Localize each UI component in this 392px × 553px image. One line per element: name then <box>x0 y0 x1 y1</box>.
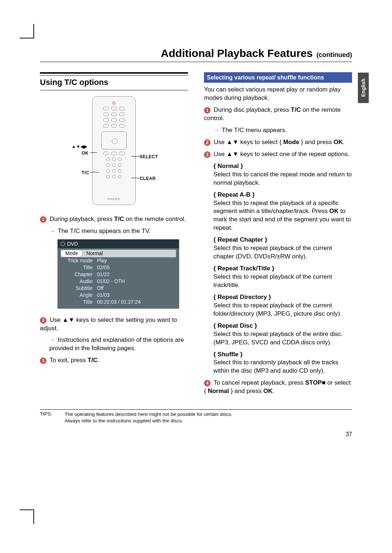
r2-end: . <box>343 139 345 146</box>
tips-row: TIPS: The operating features described h… <box>40 409 352 424</box>
step1-text-post: on the remote control. <box>124 216 186 222</box>
osd-title: DVD <box>67 241 78 247</box>
osd-body: Mode Normal Trick modePlay Title02/05 Ch… <box>58 248 179 308</box>
tips-label: TIPS: <box>40 411 59 424</box>
step-3: 3 To exit, press T/C. <box>40 356 188 365</box>
opt-dir-b: Select this to repeat playback of the cu… <box>213 302 352 318</box>
osd-row: SubtitleOff <box>61 285 176 292</box>
remote-label-ok: OK <box>82 150 89 156</box>
callout-line <box>90 172 99 172</box>
step3-pre: To exit, press <box>49 357 87 364</box>
r2-bold: Mode <box>283 139 299 146</box>
tips-line1: The operating features described here mi… <box>65 411 352 418</box>
r2-pre: Use <box>214 139 226 146</box>
r4-pre: To cancel repeat playback, press <box>213 379 305 386</box>
page-title: Additional Playback Features <box>161 47 313 59</box>
osd-key: Trick mode <box>61 257 97 264</box>
osd-key: Title <box>61 264 97 271</box>
opt-disc-h: { Repeat Disc } <box>213 322 352 330</box>
remote-label-clear: CLEAR <box>140 176 156 181</box>
opt-disc-b: Select this to repeat playback of the en… <box>213 330 352 347</box>
step2-sub: Instructions and explanation of the opti… <box>40 336 188 353</box>
r4-bold: STOP <box>305 379 322 386</box>
osd-key: Title <box>61 299 97 306</box>
remote-body: PHILIPS ▲▼◀▶ OK T/C SELECT CLEAR <box>92 96 136 205</box>
tips-line2: Always refer to the instructions supplie… <box>65 418 352 424</box>
remote-diagram: PHILIPS ▲▼◀▶ OK T/C SELECT CLEAR <box>40 96 188 209</box>
r3-keys: ▲▼ <box>226 151 239 157</box>
r1-pre: During disc playback, press <box>214 106 291 113</box>
r-step-1: 1 During disc playback, press T/C on the… <box>204 106 352 123</box>
osd-key: Subtitle <box>61 285 97 292</box>
r1-bold: T/C <box>291 106 301 113</box>
crop-mark-bottom-left <box>20 509 34 524</box>
r4-mid2: } and press <box>229 388 264 394</box>
opt-ab-h: { Repeat A-B } <box>213 191 352 199</box>
opt-shuf-h: { Shuffle } <box>213 351 352 359</box>
osd-val: 01/22 <box>97 271 110 278</box>
step2-pre: Use <box>50 316 62 323</box>
remote-nav-pad <box>101 131 127 149</box>
intro-text: You can select various repeat play or ra… <box>204 86 352 102</box>
osd-row: Audio01/02 - OTH <box>61 278 176 285</box>
r3-post: keys to select one of the repeat options… <box>238 151 349 157</box>
r-step-2: 2 Use ▲▼ keys to select { Mode } and pre… <box>204 138 352 147</box>
step2-keys: ▲▼ <box>62 316 75 323</box>
subsection-band: Selecting various repeat/ shuffle functi… <box>204 72 352 83</box>
r2-ok: OK <box>334 139 343 146</box>
step-badge-1: 1 <box>204 107 211 114</box>
r-step-3: 3 Use ▲▼ keys to select one of the repea… <box>204 150 352 159</box>
r3-pre: Use <box>214 151 226 157</box>
opt-ch-b: Select this to repeat playback of the cu… <box>213 244 352 261</box>
step-badge-1: 1 <box>40 216 46 223</box>
osd-key: Angle <box>61 292 97 299</box>
osd-val: 02/05 <box>97 264 110 271</box>
step1-sub: The T/C menu appears on the TV. <box>40 227 188 235</box>
r4-end: . <box>273 388 274 394</box>
page-content: Additional Playback Features (continued)… <box>0 0 392 459</box>
opt-ab-bold: OK <box>329 208 339 214</box>
step-badge-4: 4 <box>204 380 211 386</box>
opt-ab-pre: Select this to repeat the playback of a … <box>213 200 339 215</box>
osd-row: Trick modePlay <box>61 257 176 264</box>
osd-row: Title02/05 <box>61 264 176 271</box>
callout-line <box>131 156 140 156</box>
step1-text-pre: During playback, press <box>50 216 114 222</box>
osd-val: Normal <box>86 250 103 257</box>
osd-panel: DVD Mode Normal Trick modePlay Title02/0… <box>57 239 179 309</box>
step-badge-2: 2 <box>40 317 46 324</box>
remote-label-arrows: ▲▼◀▶ <box>72 144 87 149</box>
disc-icon <box>61 242 65 246</box>
step3-post: . <box>98 357 99 364</box>
r1-sub: The T/C menu appears. <box>204 126 352 135</box>
osd-val: Play <box>97 257 107 264</box>
osd-key: Mode <box>61 250 83 257</box>
section-heading: Using T/C options <box>40 75 188 90</box>
remote-brand: PHILIPS <box>108 197 120 201</box>
osd-row: Chapter01/22 <box>61 271 176 278</box>
left-column: Using T/C options PHILIPS ▲▼◀▶ <box>40 72 188 399</box>
callout-line <box>90 152 97 153</box>
osd-row-mode: Mode Normal <box>61 250 176 257</box>
opt-shuf-b: Select this to randomly playback all the… <box>213 359 352 375</box>
step1-bold: T/C <box>114 216 124 222</box>
opt-tt-h: { Repeat Track/Title } <box>213 265 352 273</box>
osd-val: 01/03 <box>97 292 110 299</box>
r2-mid: keys to select { <box>238 139 283 146</box>
r4-bold2: Normal <box>208 388 229 394</box>
opt-normal-b: Select this to cancel the repeat mode an… <box>213 171 352 187</box>
osd-key: Audio <box>61 278 97 285</box>
opt-ch-h: { Repeat Chapter } <box>213 236 352 244</box>
options-block: { Normal } Select this to cancel the rep… <box>204 162 352 376</box>
r4-ok: OK <box>264 388 273 394</box>
step-2: 2 Use ▲▼ keys to select the setting you … <box>40 316 188 333</box>
opt-normal-h: { Normal } <box>213 162 352 171</box>
callout-line <box>131 178 140 178</box>
step-badge-3: 3 <box>40 357 46 364</box>
remote-label-select: SELECT <box>140 154 158 160</box>
remote-led-icon <box>113 102 115 105</box>
stop-square-icon: ■ <box>322 379 326 386</box>
page-title-row: Additional Playback Features (continued) <box>40 47 352 62</box>
page-number: 37 <box>40 431 352 438</box>
opt-ab-b: Select this to repeat the playback of a … <box>213 199 352 233</box>
